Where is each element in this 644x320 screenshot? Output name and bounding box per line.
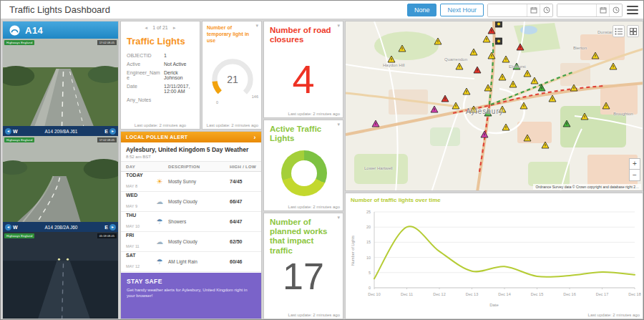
map-warning-marker[interactable] <box>581 113 588 120</box>
chart-y-axis-label: Number of Lights <box>351 236 355 266</box>
west-direction-button[interactable]: W <box>5 224 18 231</box>
zoom-in-button[interactable]: + <box>629 158 640 170</box>
chart-title: Number of traffic lights over time <box>351 197 441 203</box>
highway-scene <box>3 136 118 222</box>
planned-works-count: 17 <box>264 255 343 298</box>
map-warning-marker[interactable] <box>592 52 599 59</box>
none-button[interactable]: None <box>407 4 437 16</box>
map-warning-marker[interactable] <box>474 67 481 73</box>
map-warning-marker[interactable] <box>570 84 577 91</box>
chart-svg: 0510152025Dec 10Dec 11Dec 12Dec 13Dec 14… <box>346 193 643 319</box>
menu-icon[interactable] <box>626 4 639 16</box>
calendar-icon-button-2[interactable] <box>596 4 609 16</box>
field-label: Active <box>127 62 161 67</box>
map-warning-marker[interactable] <box>602 102 610 109</box>
map-warning-marker[interactable] <box>499 106 506 112</box>
svg-text:Dec 18: Dec 18 <box>628 292 640 296</box>
map-warning-marker[interactable] <box>549 95 556 102</box>
map-warning-marker[interactable] <box>524 70 531 77</box>
map-warning-marker[interactable] <box>538 84 545 91</box>
map-warning-marker[interactable] <box>431 106 438 112</box>
last-update-text: Last update: 2 minutes ago <box>288 313 340 317</box>
map-warning-marker[interactable] <box>434 38 441 44</box>
next-hour-button[interactable]: Next Hour <box>440 4 484 16</box>
panel-expand-icon[interactable] <box>337 215 340 220</box>
weather-row: FRIMAY 11 ☁ Mostly Cloudy 62/50 <box>121 232 261 252</box>
field-label: Engineer_Name <box>127 70 161 80</box>
map-warning-marker[interactable] <box>563 120 570 127</box>
legend-button[interactable] <box>613 25 625 37</box>
highways-england-watermark: Highways England <box>4 233 34 238</box>
donut-hole <box>291 160 317 186</box>
map-warning-marker[interactable] <box>452 102 459 109</box>
map-warning-marker[interactable] <box>502 56 509 62</box>
map-panel[interactable]: AylesburyQuarrendonHaydon HillElmhurstBi… <box>345 21 643 191</box>
planned-works-panel: Number of planned works that impact traf… <box>263 213 343 319</box>
basemap-grid-icon <box>630 28 637 35</box>
east-direction-button[interactable]: E <box>104 128 116 135</box>
map-warning-marker[interactable] <box>470 49 477 55</box>
camera-tile: Highways England 17:02 08-05 W A14 209/8… <box>3 39 118 136</box>
map-warning-marker[interactable] <box>513 63 520 69</box>
map-warning-marker[interactable] <box>496 38 502 44</box>
weather-description: AM Light Rain <box>168 259 230 264</box>
map-warning-marker[interactable] <box>484 110 492 116</box>
time-filter-input[interactable] <box>557 4 596 16</box>
map-warning-marker[interactable] <box>542 142 549 148</box>
map-warning-marker[interactable] <box>610 63 617 69</box>
panel-expand-icon[interactable] <box>337 122 340 127</box>
map-warning-marker[interactable] <box>499 74 506 80</box>
camera-label: A14 209/8A J61 <box>45 129 78 134</box>
temporary-lights-gauge-panel: Number of temporary light in use 21 0 14… <box>202 21 262 130</box>
map-warning-marker[interactable] <box>496 21 502 27</box>
map-warning-marker[interactable] <box>524 135 531 141</box>
map-warning-marker[interactable] <box>484 84 492 91</box>
west-direction-button[interactable]: W <box>5 128 18 135</box>
map-warning-marker[interactable] <box>441 95 449 102</box>
clock-icon-button-2[interactable] <box>609 4 622 16</box>
highways-england-watermark: Highways England <box>4 137 34 142</box>
traffic-lights-chart-panel: 0510152025Dec 10Dec 11Dec 12Dec 13Dec 14… <box>345 193 643 319</box>
map-warning-marker[interactable] <box>463 88 470 94</box>
camera-tile: Highways England 17:02 08-05 W A14 208/2… <box>3 136 118 232</box>
map-warning-marker[interactable] <box>531 77 538 84</box>
last-update-text: Last update: 2 minutes ago <box>588 313 640 317</box>
map-warning-marker[interactable] <box>483 36 490 42</box>
weather-high-low: 74/45 <box>230 179 261 184</box>
west-arrow-icon <box>5 224 11 231</box>
stay-safe-banner[interactable]: STAY SAFE Get handy weather alerts for A… <box>121 273 261 319</box>
pollen-alert-banner[interactable]: LOCAL POLLEN ALERT <box>121 132 261 142</box>
map-warning-marker[interactable] <box>488 27 495 34</box>
clock-icon-button[interactable] <box>540 4 552 16</box>
map-warning-marker[interactable] <box>488 52 495 59</box>
gauge-value: 21 <box>209 56 256 103</box>
map-warning-marker[interactable] <box>372 120 379 127</box>
map-warning-marker[interactable] <box>399 45 406 52</box>
calendar-icon-button[interactable] <box>527 4 540 16</box>
previous-feature-button[interactable] <box>144 26 148 30</box>
map-warning-marker[interactable] <box>470 106 477 112</box>
map-warning-marker[interactable] <box>520 102 527 109</box>
map-markers-layer <box>346 21 643 191</box>
highways-england-logo <box>9 25 20 36</box>
map-warning-marker[interactable] <box>456 63 463 69</box>
east-direction-button[interactable]: E <box>104 224 116 231</box>
svg-text:Dec 10: Dec 10 <box>368 292 380 296</box>
road-closures-panel: Number of road closures 4 Last update: 2… <box>263 21 343 118</box>
map-tools <box>613 25 639 37</box>
map-warning-marker[interactable] <box>481 131 488 137</box>
clock-icon <box>613 6 620 14</box>
zoom-out-button[interactable]: − <box>629 170 640 181</box>
weather-date: MAY 10 <box>126 224 140 228</box>
map-warning-marker[interactable] <box>509 81 517 87</box>
panel-expand-icon[interactable] <box>255 23 258 28</box>
cloud-icon: ☁ <box>151 198 168 205</box>
map-warning-marker[interactable] <box>502 124 509 130</box>
traffic-lights-dashboard: Traffic Lights Dashboard None Next Hour <box>0 0 644 320</box>
next-feature-button[interactable] <box>172 26 177 30</box>
map-warning-marker[interactable] <box>388 56 395 62</box>
panel-expand-icon[interactable] <box>337 23 340 28</box>
basemap-button[interactable] <box>627 25 639 37</box>
date-filter-input[interactable] <box>488 4 527 16</box>
map-warning-marker[interactable] <box>517 44 524 50</box>
